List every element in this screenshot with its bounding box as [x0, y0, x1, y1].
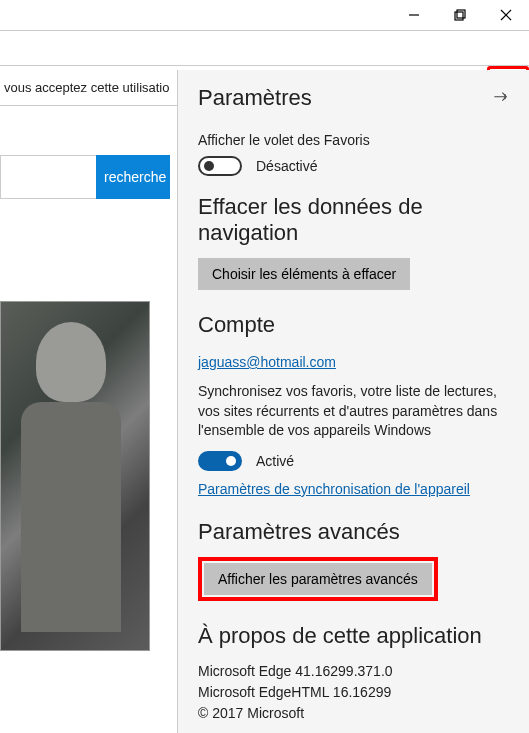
search-row: recherche: [0, 155, 170, 199]
favorites-bar-label: Afficher le volet des Favoris: [198, 132, 509, 148]
svg-rect-2: [457, 10, 465, 18]
advanced-highlight: Afficher les paramètres avancés: [198, 557, 438, 601]
about-heading: À propos de cette application: [198, 623, 509, 649]
minimize-button[interactable]: [391, 0, 437, 30]
show-advanced-button[interactable]: Afficher les paramètres avancés: [204, 563, 432, 595]
address-bar[interactable]: [0, 30, 529, 66]
settings-title: Paramètres: [198, 85, 312, 111]
about-text: Microsoft Edge 41.16299.371.0 Microsoft …: [198, 661, 509, 724]
device-sync-link[interactable]: Paramètres de synchronisation de l'appar…: [198, 481, 470, 497]
settings-panel: Paramètres Afficher le volet des Favoris…: [177, 70, 529, 733]
clear-data-heading: Effacer les données de navigation: [198, 194, 509, 246]
maximize-button[interactable]: [437, 0, 483, 30]
pin-icon[interactable]: [493, 90, 509, 106]
choose-clear-button[interactable]: Choisir les éléments à effacer: [198, 258, 410, 290]
search-input[interactable]: [0, 155, 96, 199]
account-email-link[interactable]: jaguass@hotmail.com: [198, 354, 336, 370]
about-copyright: © 2017 Microsoft: [198, 703, 509, 724]
close-button[interactable]: [483, 0, 529, 30]
cookie-banner-text: vous acceptez cette utilisation: [0, 70, 170, 105]
advanced-heading: Paramètres avancés: [198, 519, 509, 545]
sync-description: Synchronisez vos favoris, votre liste de…: [198, 382, 509, 441]
search-button[interactable]: recherche: [96, 155, 170, 199]
article-photo[interactable]: [0, 301, 150, 651]
account-heading: Compte: [198, 312, 509, 338]
about-edge-version: Microsoft Edge 41.16299.371.0: [198, 661, 509, 682]
page-content-behind: vous acceptez cette utilisation recherch…: [0, 70, 170, 733]
window-titlebar: [0, 0, 529, 30]
favorites-toggle-state: Désactivé: [256, 158, 317, 174]
svg-rect-1: [455, 12, 463, 20]
favorites-toggle[interactable]: [198, 156, 242, 176]
sync-toggle-state: Activé: [256, 453, 294, 469]
about-edgehtml-version: Microsoft EdgeHTML 16.16299: [198, 682, 509, 703]
sync-toggle[interactable]: [198, 451, 242, 471]
